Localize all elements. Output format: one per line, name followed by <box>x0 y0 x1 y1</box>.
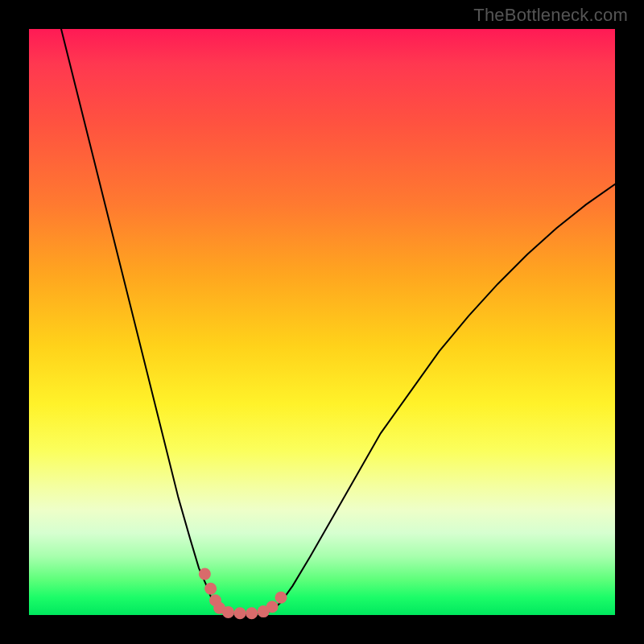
marker-dot <box>246 607 258 619</box>
marker-dot <box>222 606 234 618</box>
highlighted-region <box>199 568 287 620</box>
plot-area <box>29 29 615 615</box>
bottleneck-curve-left <box>61 29 220 610</box>
bottleneck-curve-right <box>272 184 615 610</box>
watermark-text: TheBottleneck.com <box>473 5 628 26</box>
chart-svg <box>29 29 615 615</box>
marker-dot <box>234 607 246 619</box>
marker-dot <box>204 583 217 595</box>
marker-dot <box>275 592 287 604</box>
marker-dot <box>266 601 279 613</box>
marker-dot <box>199 568 211 580</box>
chart-frame: TheBottleneck.com <box>0 0 644 644</box>
